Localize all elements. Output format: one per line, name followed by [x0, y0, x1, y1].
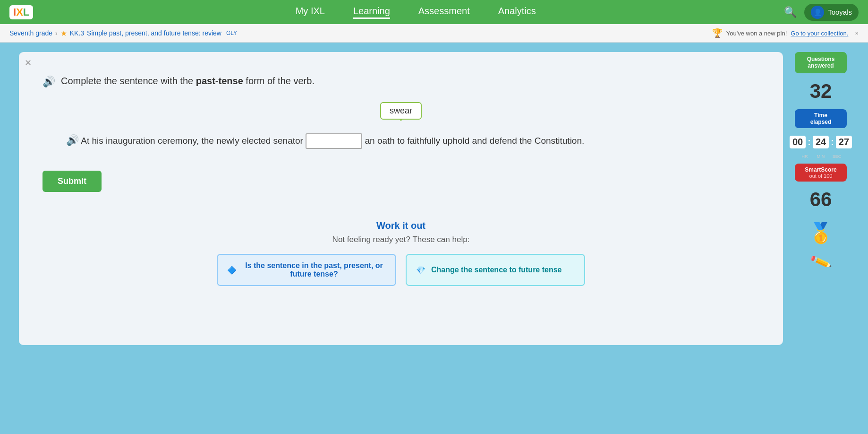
- time-min-label: MIN: [814, 154, 828, 159]
- close-notification-button[interactable]: ×: [855, 30, 859, 37]
- help-card-future[interactable]: 💎 Change the sentence to future tense: [406, 254, 585, 286]
- logo: IXL: [9, 5, 33, 19]
- breadcrumb-sep: ›: [55, 29, 58, 37]
- questions-answered-label: Questions answered: [800, 56, 841, 69]
- instruction-bold: past-tense: [196, 76, 243, 86]
- time-label-line1: Time: [814, 112, 827, 119]
- instruction-pre: Complete the sentence with the: [61, 76, 196, 86]
- nav-links: My IXL Learning Assessment Analytics: [47, 6, 784, 19]
- time-minutes: 24: [813, 136, 829, 148]
- content-panel: ✕ 🔊 Complete the sentence with the past-…: [19, 52, 783, 345]
- answer-input[interactable]: [306, 133, 362, 149]
- time-elapsed-badge: Time elapsed: [795, 109, 847, 128]
- submit-button[interactable]: Submit: [43, 171, 102, 192]
- user-name: Tooyals: [828, 8, 852, 16]
- tense-card-icon: 🔷: [227, 266, 237, 275]
- time-sep-2: :: [831, 137, 834, 148]
- skill-name: Simple past, present, and future tense: …: [87, 29, 221, 37]
- smartscore-label: SmartScore: [800, 166, 841, 173]
- pencil-button[interactable]: ✏️: [811, 253, 830, 271]
- sentence-pre: At his inauguration ceremony, the newly …: [81, 136, 303, 146]
- smartscore-label-text: SmartScore: [805, 166, 836, 173]
- sentence-area: 🔊 At his inauguration ceremony, the newl…: [66, 129, 759, 152]
- user-menu-button[interactable]: 👤 Tooyals: [804, 4, 859, 21]
- sentence-sound-icon[interactable]: 🔊: [66, 134, 79, 146]
- sidebar: Questions answered 32 Time elapsed 00 : …: [792, 52, 849, 345]
- questions-count: 32: [810, 80, 832, 103]
- smartscore-value: 66: [810, 188, 832, 211]
- time-elapsed-label: Time elapsed: [800, 112, 841, 125]
- pencil-icon: ✏️: [809, 250, 833, 273]
- help-card-tense[interactable]: 🔷 Is the sentence in the past, present, …: [217, 254, 396, 286]
- time-hours: 00: [790, 136, 806, 148]
- trophy-icon: 🏆: [712, 28, 723, 38]
- nav-learning[interactable]: Learning: [353, 6, 390, 19]
- questions-answered-badge: Questions answered: [795, 52, 847, 73]
- instruction-text: Complete the sentence with the past-tens…: [61, 76, 315, 87]
- time-sec-label: SEC: [830, 154, 844, 159]
- time-hr-label: HR: [798, 154, 812, 159]
- breadcrumb-left: Seventh grade › ★ KK.3 Simple past, pres…: [9, 29, 237, 38]
- breadcrumb-right: 🏆 You've won a new pin! Go to your colle…: [712, 28, 859, 38]
- question-area: 🔊 Complete the sentence with the past-te…: [43, 76, 759, 192]
- tense-card-label: Is the sentence in the past, present, or…: [242, 261, 386, 278]
- time-sec-value: 27: [836, 136, 852, 148]
- collection-link[interactable]: Go to your collection.: [791, 30, 848, 37]
- nav-assessment[interactable]: Assessment: [418, 6, 470, 19]
- search-icon[interactable]: 🔍: [784, 6, 797, 18]
- sentence-post: an oath to faithfully uphold and defend …: [365, 136, 585, 146]
- future-card-icon: 💎: [416, 266, 425, 275]
- future-card-label: Change the sentence to future tense: [431, 266, 562, 274]
- skill-tag: GLY: [226, 30, 237, 36]
- grade-link[interactable]: Seventh grade: [9, 29, 52, 37]
- medal-icon: 🥇: [808, 221, 833, 244]
- verb-word: swear: [390, 106, 412, 115]
- help-cards: 🔷 Is the sentence in the past, present, …: [43, 254, 759, 286]
- verb-bubble-row: swear: [43, 102, 759, 120]
- work-it-out: Work it out Not feeling ready yet? These…: [43, 220, 759, 286]
- smartscore-sub: out of 100: [800, 173, 841, 179]
- close-panel-button[interactable]: ✕: [25, 58, 32, 68]
- work-it-out-title: Work it out: [43, 220, 759, 231]
- main-content: ✕ 🔊 Complete the sentence with the past-…: [0, 43, 868, 355]
- smartscore-badge: SmartScore out of 100: [795, 164, 847, 182]
- sound-icon[interactable]: 🔊: [43, 76, 55, 88]
- verb-bubble: swear: [380, 102, 422, 120]
- time-min-value: 24: [813, 136, 829, 148]
- favorite-star[interactable]: ★: [60, 29, 67, 38]
- question-instruction: 🔊 Complete the sentence with the past-te…: [43, 76, 759, 88]
- nav-my-ixl[interactable]: My IXL: [296, 6, 325, 19]
- breadcrumb: Seventh grade › ★ KK.3 Simple past, pres…: [0, 24, 868, 43]
- instruction-post: form of the verb.: [243, 76, 315, 86]
- nav-analytics[interactable]: Analytics: [498, 6, 536, 19]
- notification-text: You've won a new pin!: [726, 30, 787, 37]
- time-display: 00 : 24 : 27: [790, 136, 852, 148]
- time-hr-value: 00: [790, 136, 806, 148]
- time-seconds: 27: [836, 136, 852, 148]
- time-labels: HR MIN SEC: [798, 154, 844, 159]
- user-avatar: 👤: [811, 6, 824, 19]
- time-sep-1: :: [808, 137, 811, 148]
- work-it-out-subtitle: Not feeling ready yet? These can help:: [43, 235, 759, 244]
- navigation: IXL My IXL Learning Assessment Analytics…: [0, 0, 868, 24]
- skill-code: KK.3: [70, 29, 84, 37]
- time-label-line2: elapsed: [810, 119, 832, 125]
- nav-right: 🔍 👤 Tooyals: [784, 4, 859, 21]
